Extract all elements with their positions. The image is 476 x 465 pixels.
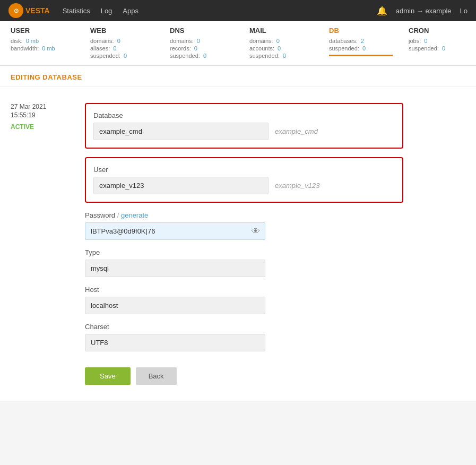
eye-icon[interactable]: 👁 bbox=[252, 227, 260, 236]
stat-cron-title: CRON bbox=[409, 27, 472, 35]
user-info: admin → example bbox=[396, 7, 452, 15]
entry-time: 15:55:19 bbox=[11, 111, 64, 119]
nav-right: 🔔 admin → example Lo bbox=[377, 6, 468, 16]
host-label: Host bbox=[85, 286, 403, 294]
host-field-group: Host bbox=[85, 286, 403, 314]
password-label-row: Password / generate bbox=[85, 211, 403, 219]
nav-apps[interactable]: Apps bbox=[123, 7, 139, 15]
form-main: Database example_cmd User example_v123 P… bbox=[85, 103, 403, 385]
stat-cron: CRON jobs:0 suspended:0 bbox=[409, 27, 472, 60]
stat-mail-title: MAIL bbox=[249, 27, 313, 35]
button-row: Save Back bbox=[85, 367, 403, 385]
database-field-group: Database example_cmd bbox=[85, 103, 403, 149]
user-field-group: User example_v123 bbox=[85, 157, 403, 203]
form-area: 27 Mar 2021 15:55:19 ACTIVE Database exa… bbox=[0, 87, 476, 401]
editing-header-text: EDITING DATABASE bbox=[11, 73, 82, 81]
host-input[interactable] bbox=[85, 297, 265, 314]
nav-statistics[interactable]: Statistics bbox=[63, 7, 90, 15]
arrow-icon: → bbox=[417, 7, 423, 15]
stat-db-title: DB bbox=[329, 27, 393, 35]
stat-db: DB databases:2 suspended:0 bbox=[329, 27, 393, 60]
admin-user: admin bbox=[396, 7, 414, 15]
generate-link[interactable]: generate bbox=[121, 211, 148, 219]
logo-text: VESTA bbox=[25, 6, 50, 15]
bell-icon[interactable]: 🔔 bbox=[377, 6, 387, 16]
stat-dns-title: DNS bbox=[170, 27, 233, 35]
database-input[interactable] bbox=[93, 123, 269, 140]
form-sidebar: 27 Mar 2021 15:55:19 ACTIVE bbox=[11, 103, 64, 385]
stat-mail: MAIL domains:0 accounts:0 suspended:0 bbox=[249, 27, 313, 60]
save-button[interactable]: Save bbox=[85, 367, 131, 385]
password-wrapper: 👁 bbox=[85, 222, 265, 240]
password-slash: / bbox=[117, 211, 119, 219]
stat-web: WEB domains:0 aliases:0 suspended:0 bbox=[90, 27, 154, 60]
stat-user-title: USER bbox=[11, 27, 74, 35]
stat-dns: DNS domains:0 records:0 suspended:0 bbox=[170, 27, 233, 60]
type-field-group: Type bbox=[85, 248, 403, 277]
back-button[interactable]: Back bbox=[136, 367, 177, 385]
top-nav: ⊙ VESTA Statistics Log Apps 🔔 admin → ex… bbox=[0, 0, 476, 21]
logo: ⊙ VESTA bbox=[8, 3, 50, 18]
type-input[interactable] bbox=[85, 260, 265, 277]
logo-icon: ⊙ bbox=[8, 3, 23, 18]
stat-user-disk: disk: 0 mb bbox=[11, 38, 74, 44]
nav-log[interactable]: Log bbox=[101, 7, 112, 15]
charset-field-group: Charset bbox=[85, 323, 403, 351]
charset-label: Charset bbox=[85, 323, 403, 331]
user-label: User bbox=[93, 166, 395, 174]
logout-link[interactable]: Lo bbox=[460, 7, 468, 15]
stat-user: USER disk: 0 mb bandwidth: 0 mb bbox=[11, 27, 74, 60]
password-input[interactable] bbox=[85, 222, 265, 240]
type-label: Type bbox=[85, 248, 403, 256]
user-field-row: example_v123 bbox=[93, 177, 395, 194]
database-label: Database bbox=[93, 111, 395, 119]
user-input[interactable] bbox=[93, 177, 269, 194]
user-hint: example_v123 bbox=[275, 182, 320, 190]
charset-input[interactable] bbox=[85, 334, 265, 351]
password-field-group: Password / generate 👁 bbox=[85, 211, 403, 240]
example-domain: example bbox=[425, 7, 451, 15]
editing-header: EDITING DATABASE bbox=[0, 66, 476, 87]
status-badge: ACTIVE bbox=[11, 123, 64, 131]
stat-web-title: WEB bbox=[90, 27, 154, 35]
database-field-row: example_cmd bbox=[93, 123, 395, 140]
entry-date: 27 Mar 2021 bbox=[11, 103, 64, 110]
password-label-text: Password bbox=[85, 211, 115, 219]
database-hint: example_cmd bbox=[275, 127, 318, 135]
stats-bar: USER disk: 0 mb bandwidth: 0 mb WEB doma… bbox=[0, 21, 476, 66]
stat-user-bandwidth: bandwidth: 0 mb bbox=[11, 45, 74, 51]
db-active-underline bbox=[329, 55, 393, 56]
content-area: EDITING DATABASE 27 Mar 2021 15:55:19 AC… bbox=[0, 66, 476, 401]
